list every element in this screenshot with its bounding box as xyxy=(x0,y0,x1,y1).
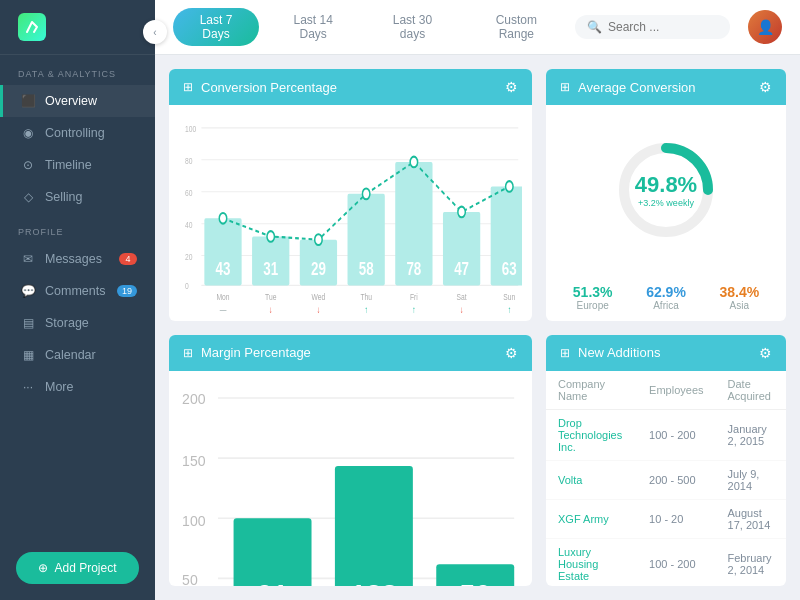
sidebar-item-timeline[interactable]: ⊙ Timeline xyxy=(0,149,155,181)
svg-point-31 xyxy=(458,207,465,218)
comments-icon: 💬 xyxy=(21,284,35,298)
add-project-button[interactable]: ⊕ Add Project xyxy=(16,552,139,584)
svg-text:↓: ↓ xyxy=(269,305,272,315)
storage-icon: ▤ xyxy=(21,316,35,330)
col-company: Company Name xyxy=(546,371,637,410)
region-europe: 51.3% Europe xyxy=(573,284,613,311)
sidebar-toggle[interactable]: ‹ xyxy=(143,20,167,44)
date-acquired: July 9, 2014 xyxy=(716,460,786,499)
messages-label: Messages xyxy=(45,252,102,266)
svg-text:150: 150 xyxy=(182,452,206,468)
overview-icon: ⬛ xyxy=(21,94,35,108)
sidebar-item-storage[interactable]: ▤ Storage xyxy=(0,307,155,339)
employees: 200 - 500 xyxy=(637,460,715,499)
employees: 10 - 20 xyxy=(637,499,715,538)
add-icon: ⊕ xyxy=(38,561,48,575)
tab-7days[interactable]: Last 7 Days xyxy=(173,8,259,46)
add-project-label: Add Project xyxy=(54,561,116,575)
sidebar-item-comments[interactable]: 💬 Comments 19 xyxy=(0,275,155,307)
svg-text:—: — xyxy=(220,305,227,315)
date-acquired: January 2, 2015 xyxy=(716,409,786,460)
tab-30days[interactable]: Last 30 days xyxy=(367,8,457,46)
svg-text:47: 47 xyxy=(454,257,469,279)
region-asia: 38.4% Asia xyxy=(719,284,759,311)
asia-pct: 38.4% xyxy=(719,284,759,300)
margin-header: ⊞ Margin Percentage ⚙ xyxy=(169,335,532,371)
controlling-icon: ◉ xyxy=(21,126,35,140)
svg-text:60: 60 xyxy=(185,188,193,198)
average-card: ⊞ Average Conversion ⚙ 49.8% +3.2% weekl… xyxy=(546,69,786,321)
messages-icon: ✉ xyxy=(21,252,35,266)
svg-text:100: 100 xyxy=(185,124,197,134)
margin-settings-icon[interactable]: ⚙ xyxy=(505,345,518,361)
sidebar-bottom: ⊕ Add Project xyxy=(0,536,155,600)
avatar-image: 👤 xyxy=(748,10,782,44)
calendar-icon: ▦ xyxy=(21,348,35,362)
sidebar-item-overview[interactable]: ⬛ Overview xyxy=(0,85,155,117)
sidebar-item-messages[interactable]: ✉ Messages 4 xyxy=(0,243,155,275)
main-panel: Last 7 Days Last 14 Days Last 30 days Cu… xyxy=(155,0,800,600)
company-name[interactable]: Drop Technologies Inc. xyxy=(546,409,637,460)
tab-14days[interactable]: Last 14 Days xyxy=(267,8,359,46)
company-name[interactable]: XGF Army xyxy=(546,499,637,538)
sidebar-item-controlling[interactable]: ◉ Controlling xyxy=(0,117,155,149)
sidebar-item-selling[interactable]: ◇ Selling xyxy=(0,181,155,213)
table-header-row: Company Name Employees Date Acquired xyxy=(546,371,786,410)
margin-card: ⊞ Margin Percentage ⚙ 200 150 100 50 0 xyxy=(169,335,532,587)
company-name[interactable]: Luxury Housing Estate xyxy=(546,538,637,586)
africa-label: Africa xyxy=(646,300,686,311)
col-date: Date Acquired xyxy=(716,371,786,410)
margin-chart-area: 200 150 100 50 0 xyxy=(169,371,532,587)
donut-percentage: 49.8% xyxy=(635,172,697,198)
calendar-label: Calendar xyxy=(45,348,96,362)
timeline-label: Timeline xyxy=(45,158,92,172)
employees: 100 - 200 xyxy=(637,409,715,460)
selling-label: Selling xyxy=(45,190,83,204)
avatar: 👤 xyxy=(748,10,782,44)
section-label-data: Data & Analytics xyxy=(0,55,155,85)
svg-text:31: 31 xyxy=(263,257,278,279)
sidebar-item-more[interactable]: ··· More xyxy=(0,371,155,403)
conversion-card: ⊞ Conversion Percentage ⚙ 100 80 60 40 2… xyxy=(169,69,532,321)
svg-text:80: 80 xyxy=(185,156,193,166)
svg-text:50: 50 xyxy=(182,571,198,586)
search-input[interactable] xyxy=(608,20,718,34)
grid-icon: ⊞ xyxy=(183,80,193,94)
new-additions-table: Company Name Employees Date Acquired Dro… xyxy=(546,371,786,587)
section-label-profile: Profile xyxy=(0,213,155,243)
donut-area: 49.8% +3.2% weekly xyxy=(546,105,786,276)
svg-text:Fri: Fri xyxy=(410,292,418,302)
svg-text:Sun: Sun xyxy=(503,292,515,302)
search-icon: 🔍 xyxy=(587,20,602,34)
comments-badge: 19 xyxy=(117,285,137,297)
svg-text:100: 100 xyxy=(182,513,206,529)
conversion-settings-icon[interactable]: ⚙ xyxy=(505,79,518,95)
svg-text:91: 91 xyxy=(257,577,288,586)
search-box: 🔍 xyxy=(575,15,730,39)
svg-text:29: 29 xyxy=(311,257,326,279)
tab-custom[interactable]: Custom Range xyxy=(466,8,567,46)
sidebar-item-calendar[interactable]: ▦ Calendar xyxy=(0,339,155,371)
table-row: Luxury Housing Estate 100 - 200 February… xyxy=(546,538,786,586)
conversion-chart-svg: 100 80 60 40 20 0 xyxy=(179,113,522,321)
svg-text:78: 78 xyxy=(406,257,421,279)
company-name[interactable]: Volta xyxy=(546,460,637,499)
asia-label: Asia xyxy=(719,300,759,311)
average-settings-icon[interactable]: ⚙ xyxy=(759,79,772,95)
svg-text:50: 50 xyxy=(460,577,491,586)
svg-text:Tue: Tue xyxy=(265,292,277,302)
date-acquired: August 17, 2014 xyxy=(716,499,786,538)
new-additions-settings-icon[interactable]: ⚙ xyxy=(759,345,772,361)
new-additions-table-wrap: Company Name Employees Date Acquired Dro… xyxy=(546,371,786,587)
svg-text:63: 63 xyxy=(502,257,517,279)
new-additions-header: ⊞ New Additions ⚙ xyxy=(546,335,786,371)
content-grid: ⊞ Conversion Percentage ⚙ 100 80 60 40 2… xyxy=(155,55,800,600)
timeline-icon: ⊙ xyxy=(21,158,35,172)
svg-point-28 xyxy=(315,234,322,245)
svg-text:Mon: Mon xyxy=(216,292,229,302)
date-acquired: February 2, 2014 xyxy=(716,538,786,586)
donut-chart: 49.8% +3.2% weekly xyxy=(611,135,721,245)
svg-text:↑: ↑ xyxy=(508,305,511,315)
region-row: 51.3% Europe 62.9% Africa 38.4% Asia xyxy=(546,276,786,321)
new-additions-card: ⊞ New Additions ⚙ Company Name Employees… xyxy=(546,335,786,587)
